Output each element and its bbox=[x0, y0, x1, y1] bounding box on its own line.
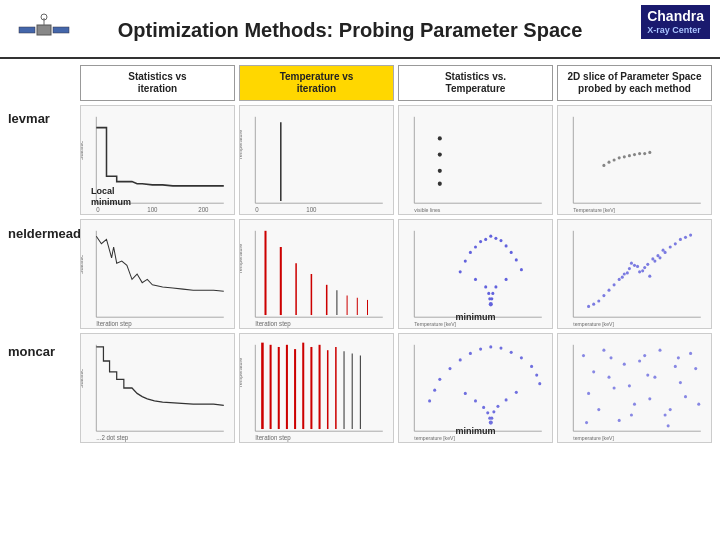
satellite-icon bbox=[12, 8, 72, 53]
svg-point-84 bbox=[489, 302, 493, 306]
page-title: Optimization Methods: Probing Parameter … bbox=[72, 19, 708, 42]
svg-point-103 bbox=[669, 245, 672, 248]
svg-point-197 bbox=[694, 367, 697, 370]
svg-point-163 bbox=[505, 398, 508, 401]
svg-text:Temperature: Temperature bbox=[240, 358, 243, 388]
svg-point-198 bbox=[585, 421, 588, 424]
svg-point-90 bbox=[633, 264, 636, 267]
svg-point-160 bbox=[464, 392, 467, 395]
svg-text:0: 0 bbox=[255, 206, 259, 213]
svg-point-204 bbox=[697, 403, 700, 406]
svg-point-30 bbox=[602, 164, 605, 167]
svg-rect-27 bbox=[558, 106, 711, 214]
svg-point-115 bbox=[621, 276, 624, 279]
svg-point-36 bbox=[633, 153, 636, 156]
svg-point-178 bbox=[613, 386, 616, 389]
svg-point-181 bbox=[643, 354, 646, 357]
svg-point-73 bbox=[515, 258, 518, 261]
plot-neldermead-stats-iter: Statistic Iteration step bbox=[80, 219, 235, 329]
svg-rect-172 bbox=[558, 334, 711, 442]
plot-levmar-2d: Temperature [keV] bbox=[557, 105, 712, 215]
svg-rect-86 bbox=[558, 220, 711, 328]
svg-point-118 bbox=[662, 249, 665, 252]
svg-point-71 bbox=[510, 251, 513, 254]
svg-point-102 bbox=[597, 299, 600, 302]
svg-rect-2 bbox=[53, 27, 69, 33]
row-label-spacer bbox=[8, 65, 80, 101]
svg-point-154 bbox=[530, 365, 533, 368]
svg-point-156 bbox=[535, 373, 538, 376]
svg-point-190 bbox=[618, 419, 621, 422]
svg-point-65 bbox=[494, 237, 497, 240]
svg-point-152 bbox=[520, 356, 523, 359]
svg-point-203 bbox=[677, 356, 680, 359]
svg-point-202 bbox=[667, 424, 670, 427]
svg-rect-41 bbox=[81, 220, 234, 328]
svg-point-67 bbox=[499, 239, 502, 242]
row-label-levmar: levmar bbox=[8, 101, 80, 216]
svg-point-106 bbox=[684, 236, 687, 239]
svg-point-177 bbox=[602, 349, 605, 352]
svg-rect-46 bbox=[240, 220, 393, 328]
row-levmar: 0 100 200 Statistic Localminimum Tempera… bbox=[80, 105, 712, 215]
svg-point-77 bbox=[505, 278, 508, 281]
svg-point-75 bbox=[520, 268, 523, 271]
svg-point-161 bbox=[515, 391, 518, 394]
svg-point-194 bbox=[658, 349, 661, 352]
svg-point-69 bbox=[505, 244, 508, 247]
chandra-logo: Chandra X-ray Center bbox=[641, 5, 710, 39]
svg-point-89 bbox=[628, 267, 631, 270]
svg-point-112 bbox=[641, 269, 644, 272]
local-min-label: Localminimum bbox=[91, 186, 131, 208]
svg-point-153 bbox=[448, 367, 451, 370]
svg-point-113 bbox=[626, 271, 629, 274]
svg-point-35 bbox=[628, 154, 631, 157]
svg-point-196 bbox=[679, 381, 682, 384]
row-label-moncar: moncar bbox=[8, 334, 80, 452]
svg-point-188 bbox=[597, 408, 600, 411]
main-content: levmar neldermead moncar Statistics vs i… bbox=[0, 59, 720, 458]
svg-rect-19 bbox=[399, 106, 552, 214]
plot-levmar-stats-iter: 0 100 200 Statistic Localminimum bbox=[80, 105, 235, 215]
svg-point-94 bbox=[618, 278, 621, 281]
svg-text:Statistic: Statistic bbox=[81, 369, 84, 388]
col-header-2d-slice: 2D slice of Parameter Space probed by ea… bbox=[557, 65, 712, 101]
svg-point-110 bbox=[630, 262, 633, 265]
svg-text:temperature [keV]: temperature [keV] bbox=[414, 435, 455, 441]
svg-point-22 bbox=[438, 136, 442, 140]
svg-point-23 bbox=[438, 152, 442, 156]
svg-point-107 bbox=[689, 234, 692, 237]
svg-point-111 bbox=[636, 265, 639, 268]
svg-point-192 bbox=[638, 359, 641, 362]
svg-point-93 bbox=[643, 266, 646, 269]
svg-point-187 bbox=[587, 392, 590, 395]
svg-text:200: 200 bbox=[198, 206, 209, 213]
svg-point-25 bbox=[438, 182, 442, 186]
svg-point-199 bbox=[610, 356, 613, 359]
svg-text:Statistic: Statistic bbox=[81, 255, 84, 274]
svg-text:100: 100 bbox=[147, 206, 158, 213]
svg-text:Iteration step: Iteration step bbox=[255, 434, 291, 442]
svg-point-157 bbox=[433, 389, 436, 392]
svg-point-64 bbox=[484, 238, 487, 241]
svg-point-91 bbox=[638, 270, 641, 273]
svg-text:Temperature: Temperature bbox=[240, 130, 243, 160]
svg-point-117 bbox=[656, 254, 659, 257]
svg-point-167 bbox=[492, 410, 495, 413]
row-labels: levmar neldermead moncar bbox=[8, 65, 80, 452]
svg-point-109 bbox=[587, 305, 590, 308]
svg-point-164 bbox=[482, 406, 485, 409]
svg-point-108 bbox=[592, 303, 595, 306]
svg-point-195 bbox=[669, 408, 672, 411]
svg-point-92 bbox=[623, 272, 626, 275]
svg-point-193 bbox=[648, 397, 651, 400]
svg-rect-12 bbox=[240, 106, 393, 214]
svg-point-185 bbox=[684, 395, 687, 398]
svg-point-175 bbox=[582, 354, 585, 357]
col-headers: Statistics vs iteration Temperature vs i… bbox=[80, 65, 712, 101]
plot-moncar-2d: temperature [keV] bbox=[557, 333, 712, 443]
plot-moncar-temp-iter: Temperature Iteration step bbox=[239, 333, 394, 443]
svg-point-158 bbox=[538, 382, 541, 385]
svg-point-80 bbox=[487, 292, 490, 295]
svg-point-148 bbox=[499, 346, 502, 349]
